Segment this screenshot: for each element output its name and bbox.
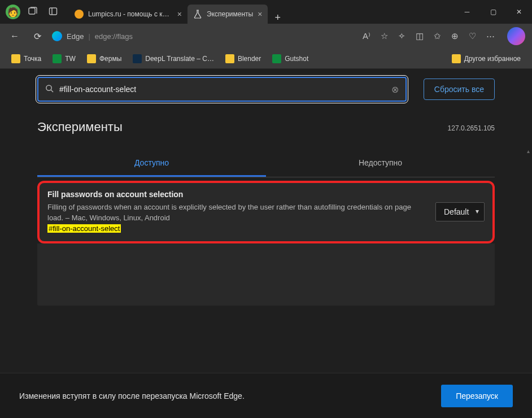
edge-logo-icon xyxy=(52,31,62,41)
flag-hash: #fill-on-account-select xyxy=(47,224,121,233)
folder-icon xyxy=(225,54,234,63)
address-bar[interactable]: Edge | edge://flags xyxy=(52,31,356,41)
svg-point-3 xyxy=(46,85,51,90)
clear-search-icon[interactable]: ⊗ xyxy=(391,84,399,95)
back-button[interactable]: ← xyxy=(7,31,23,41)
page-title: Эксперименты xyxy=(37,120,123,134)
bookmark-other[interactable]: Другое избранное xyxy=(447,52,525,66)
svg-rect-1 xyxy=(50,8,57,15)
flags-search-box[interactable]: ⊗ xyxy=(37,77,407,102)
close-tab-icon[interactable]: × xyxy=(258,10,262,19)
tab-lumpics[interactable]: Lumpics.ru - помощь с компью × xyxy=(69,5,187,24)
browser-essentials-icon[interactable]: ♡ xyxy=(469,31,476,41)
nav-toolbar: ← ⟳ Edge | edge://flags A⁾ ☆ ✧ ◫ ✩ ⊕ ♡ ⋯ xyxy=(0,24,532,49)
refresh-button[interactable]: ⟳ xyxy=(29,31,45,42)
address-brand: Edge xyxy=(67,32,84,41)
svg-rect-0 xyxy=(29,8,35,14)
sheets-icon xyxy=(53,54,62,63)
workspaces-icon[interactable] xyxy=(28,7,37,18)
search-icon xyxy=(45,84,54,95)
new-tab-button[interactable]: + xyxy=(268,12,287,24)
flag-title: Fill passwords on account selection xyxy=(47,190,424,199)
sheets-icon xyxy=(272,54,281,63)
window-controls: ─ ▢ ✕ xyxy=(454,3,532,21)
flags-search-input[interactable] xyxy=(59,85,391,94)
bookmark-deepl[interactable]: DeepL Translate – C… xyxy=(128,52,219,66)
address-separator: | xyxy=(88,32,90,41)
close-tab-icon[interactable]: × xyxy=(177,10,182,19)
bookmark-blender[interactable]: Blender xyxy=(221,52,265,66)
maximize-button[interactable]: ▢ xyxy=(480,3,506,21)
tab-unavailable[interactable]: Недоступно xyxy=(266,150,495,177)
favicon-lumpics xyxy=(75,10,84,19)
deepl-icon xyxy=(133,54,142,63)
folder-icon xyxy=(11,54,20,63)
reset-all-button[interactable]: Сбросить все xyxy=(424,79,495,100)
menu-icon[interactable]: ⋯ xyxy=(486,31,495,41)
scroll-indicator-icon[interactable]: ▴ xyxy=(527,148,530,154)
favorite-icon[interactable]: ☆ xyxy=(381,31,388,41)
read-aloud-icon[interactable]: A⁾ xyxy=(363,31,370,41)
split-screen-icon[interactable]: ◫ xyxy=(416,31,424,41)
tab-strip: Lumpics.ru - помощь с компью × Экспериме… xyxy=(69,0,454,24)
address-url: edge://flags xyxy=(95,32,133,41)
version-label: 127.0.2651.105 xyxy=(448,124,495,132)
flag-description: Filling of passwords when an account is … xyxy=(47,202,424,234)
collections-icon[interactable]: ⊕ xyxy=(451,31,459,41)
profile-avatar[interactable]: 🧑 xyxy=(6,5,20,19)
restart-button[interactable]: Перезапуск xyxy=(441,385,513,407)
flags-panel-bg xyxy=(37,243,495,306)
page-content: ⊗ Сбросить все Эксперименты 127.0.2651.1… xyxy=(0,69,532,418)
flag-state-select[interactable]: Default xyxy=(435,202,485,221)
copilot-button[interactable] xyxy=(507,27,525,45)
restart-footer: Изменения вступят в силу после перезапус… xyxy=(0,373,532,418)
toolbar-actions: A⁾ ☆ ✧ ◫ ✩ ⊕ ♡ ⋯ xyxy=(363,27,525,45)
bookmark-fermy[interactable]: Фермы xyxy=(82,52,126,66)
flags-tabs: Доступно Недоступно xyxy=(37,150,495,177)
flag-card: Fill passwords on account selection Fill… xyxy=(37,181,495,243)
tab-experiments[interactable]: Эксперименты × xyxy=(187,5,268,24)
favorites-bar-icon[interactable]: ✩ xyxy=(434,31,441,41)
bookmarks-bar: Точка TW Фермы DeepL Translate – C… Blen… xyxy=(0,49,532,69)
minimize-button[interactable]: ─ xyxy=(454,3,480,21)
bookmark-gutshot[interactable]: Gutshot xyxy=(268,52,313,66)
svg-line-4 xyxy=(51,90,53,92)
bookmark-tw[interactable]: TW xyxy=(48,52,80,66)
extensions-icon[interactable]: ✧ xyxy=(398,31,405,41)
restart-message: Изменения вступят в силу после перезапус… xyxy=(19,391,441,400)
tab-title: Эксперименты xyxy=(207,10,253,18)
folder-icon xyxy=(87,54,96,63)
titlebar: 🧑 Lumpics.ru - помощь с компью × Экспери… xyxy=(0,0,532,24)
close-window-button[interactable]: ✕ xyxy=(506,3,532,21)
tab-title: Lumpics.ru - помощь с компью xyxy=(88,10,173,18)
favicon-flask-icon xyxy=(193,10,202,19)
bookmark-tochka[interactable]: Точка xyxy=(7,52,46,66)
tab-available[interactable]: Доступно xyxy=(37,150,266,177)
vertical-tabs-icon[interactable] xyxy=(49,7,58,18)
folder-icon xyxy=(452,54,461,63)
